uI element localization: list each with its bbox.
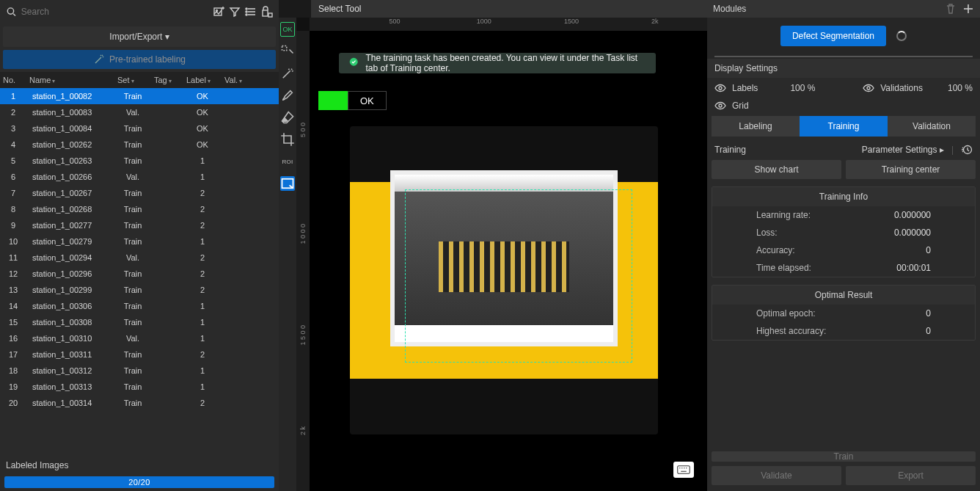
col-val[interactable]: Val.▾ xyxy=(222,76,273,84)
loading-spinner-icon xyxy=(896,31,907,41)
table-row[interactable]: 6station_1_00266Val.1 xyxy=(0,169,279,185)
table-row[interactable]: 1station_1_00082TrainOK xyxy=(0,88,279,104)
table-row[interactable]: 17station_1_00311Train2 xyxy=(0,346,279,363)
import-export-button[interactable]: Import/Export ▾ xyxy=(3,26,276,47)
pretrained-label: Pre-trained labeling xyxy=(109,54,186,65)
table-row[interactable]: 2station_1_00083Val.OK xyxy=(0,104,279,120)
canvas-panel: Select Tool OK ROI 500 1000 1500 2k 5 0 … xyxy=(279,0,707,491)
col-tag[interactable]: Tag▾ xyxy=(151,76,183,84)
col-name[interactable]: Name▾ xyxy=(26,76,114,84)
labels-pct: 100 % xyxy=(790,83,815,93)
table-row[interactable]: 5station_1_00263Train1 xyxy=(0,153,279,169)
tool-roi[interactable]: ROI xyxy=(280,154,295,169)
info-row: Highest accuracy:0 xyxy=(712,322,975,340)
module-chip-defect-segmentation[interactable]: Defect Segmentation xyxy=(780,26,886,46)
tool-crop[interactable] xyxy=(280,132,295,147)
svg-rect-12 xyxy=(263,10,268,16)
tool-brush[interactable] xyxy=(280,88,295,103)
info-row: Time elapsed:00:00:01 xyxy=(712,259,975,277)
info-row: Learning rate:0.000000 xyxy=(712,206,975,224)
train-button[interactable]: Train xyxy=(712,451,976,462)
class-badge: OK xyxy=(318,91,387,110)
col-no[interactable]: No. xyxy=(0,76,26,84)
training-center-button[interactable]: Training center xyxy=(846,160,976,179)
table-row[interactable]: 15station_1_00308Train1 xyxy=(0,314,279,330)
table-row[interactable]: 8station_1_00268Train2 xyxy=(0,201,279,217)
ruler-top: 500 1000 1500 2k xyxy=(310,18,707,31)
tool-lasso[interactable] xyxy=(280,44,295,59)
grid-label: Grid xyxy=(732,101,749,111)
pretrained-labeling-button[interactable]: Pre-trained labeling xyxy=(3,50,276,69)
check-circle-icon xyxy=(349,57,358,69)
table-row[interactable]: 10station_1_00279Train1 xyxy=(0,233,279,250)
tab-training[interactable]: Training xyxy=(800,116,888,137)
delete-module-icon[interactable] xyxy=(945,3,957,15)
ruler-left: 5 0 0 1 0 0 0 1 5 0 0 2 k xyxy=(296,31,310,491)
canvas-title: Select Tool xyxy=(311,0,707,18)
canvas-area[interactable]: The training task has been created. You … xyxy=(310,31,707,491)
svg-rect-13 xyxy=(268,13,272,17)
info-row: Optimal epoch:0 xyxy=(712,305,975,322)
svg-point-25 xyxy=(719,87,722,90)
validations-pct: 100 % xyxy=(948,83,973,93)
table-row[interactable]: 19station_1_00313Train1 xyxy=(0,379,279,395)
parameter-settings-link[interactable]: Parameter Settings ▸ xyxy=(862,145,944,155)
modules-panel: Modules Defect Segmentation Display Sett… xyxy=(707,0,980,491)
validate-button[interactable]: Validate xyxy=(712,466,841,485)
tab-labeling[interactable]: Labeling xyxy=(712,116,800,137)
table-row[interactable]: 3station_1_00084TrainOK xyxy=(0,120,279,137)
table-row[interactable]: 20station_1_00314Train2 xyxy=(0,395,279,411)
table-row[interactable]: 12station_1_00296Train2 xyxy=(0,266,279,282)
filter-icon[interactable] xyxy=(229,6,241,18)
wand-icon xyxy=(93,54,105,65)
col-label[interactable]: Label▾ xyxy=(183,76,222,84)
table-row[interactable]: 13station_1_00299Train2 xyxy=(0,282,279,298)
table-row[interactable]: 9station_1_00277Train2 xyxy=(0,217,279,233)
search-input[interactable] xyxy=(21,7,208,17)
keyboard-icon[interactable] xyxy=(673,462,694,478)
table-row[interactable]: 7station_1_00267Train2 xyxy=(0,185,279,201)
module-timeline xyxy=(707,54,980,59)
notification-banner: The training task has been created. You … xyxy=(339,53,656,73)
list-view-icon[interactable] xyxy=(245,6,257,18)
tab-validation[interactable]: Validation xyxy=(888,116,976,137)
labeled-images-label: Labeled Images xyxy=(0,457,279,473)
eye-icon[interactable] xyxy=(714,82,726,94)
svg-point-27 xyxy=(719,104,722,107)
svg-point-11 xyxy=(246,14,247,15)
export-button[interactable]: Export xyxy=(846,466,976,485)
training-section-label: Training xyxy=(714,145,746,155)
search-icon xyxy=(6,6,17,18)
eye-icon[interactable] xyxy=(863,82,874,94)
tag-lock-icon[interactable] xyxy=(261,6,273,18)
search-box[interactable] xyxy=(6,6,208,18)
svg-point-0 xyxy=(7,8,13,14)
svg-point-9 xyxy=(246,8,247,10)
history-icon[interactable] xyxy=(961,144,973,156)
show-chart-button[interactable]: Show chart xyxy=(712,160,841,179)
tool-magic-wand[interactable] xyxy=(280,66,295,81)
table-row[interactable]: 4station_1_00262TrainOK xyxy=(0,137,279,153)
image-table: No. Name▾ Set▾ Tag▾ Label▾ Val.▾ 1statio… xyxy=(0,72,279,457)
eye-icon[interactable] xyxy=(714,100,726,112)
table-row[interactable]: 18station_1_00312Train1 xyxy=(0,363,279,379)
image-viewport[interactable] xyxy=(318,112,690,449)
training-info-box: Training Info Learning rate:0.000000Loss… xyxy=(712,186,976,277)
sample-image xyxy=(350,126,658,434)
modules-header: Modules xyxy=(707,0,980,18)
table-row[interactable]: 11station_1_00294Val.2 xyxy=(0,250,279,266)
tool-template[interactable] xyxy=(280,176,295,191)
table-row[interactable]: 14station_1_00306Train1 xyxy=(0,298,279,314)
image-add-icon[interactable] xyxy=(213,6,224,18)
class-label: OK xyxy=(348,91,387,110)
table-row[interactable]: 16station_1_00310Val.1 xyxy=(0,330,279,346)
svg-point-26 xyxy=(867,87,870,90)
tool-eraser[interactable] xyxy=(280,110,295,125)
optimal-result-box: Optimal Result Optimal epoch:0Highest ac… xyxy=(712,285,976,341)
import-export-label: Import/Export ▾ xyxy=(109,32,169,42)
info-row: Loss:0.000000 xyxy=(712,224,975,241)
info-row: Accuracy:0 xyxy=(712,241,975,259)
add-module-icon[interactable] xyxy=(962,3,974,15)
col-set[interactable]: Set▾ xyxy=(114,76,151,84)
tool-ok-tag[interactable]: OK xyxy=(280,22,295,37)
